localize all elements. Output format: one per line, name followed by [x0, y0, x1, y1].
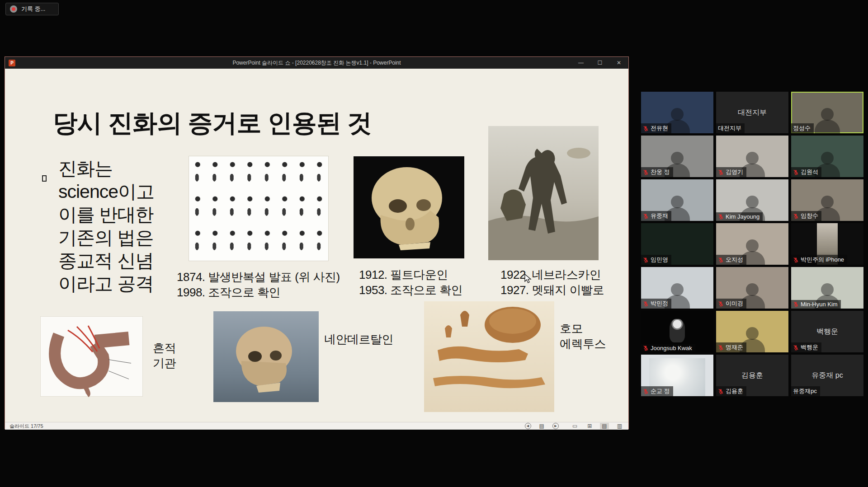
- window-title: PowerPoint 슬라이드 쇼 - [20220628창조 진화 논쟁v1.…: [5, 59, 628, 67]
- muted-mic-icon: [643, 389, 649, 394]
- vestigial-organ-image: [40, 316, 143, 397]
- caption-line: 호모: [560, 321, 606, 336]
- slideshow-view-button[interactable]: ▥: [615, 423, 624, 429]
- participant-name-label: 김원석: [791, 167, 821, 177]
- slide-bullet-text: 진화는 science이고 이를 반대한 기존의 법은 종교적 신념 이라고 공…: [58, 157, 154, 295]
- titlebar[interactable]: P PowerPoint 슬라이드 쇼 - [20220628창조 진화 논쟁v…: [5, 57, 628, 69]
- slideshow-menu-button[interactable]: ▤: [538, 423, 546, 429]
- caption-line: 1998. 조작으로 확인: [177, 285, 340, 300]
- participant-name-label: 찬웅 정: [641, 167, 673, 177]
- caption-line: 1912. 필트다운인: [359, 267, 462, 282]
- participant-tile[interactable]: 박민정: [641, 267, 713, 309]
- muted-mic-icon: [643, 345, 649, 351]
- participant-tile[interactable]: 김용훈김용훈: [716, 355, 788, 396]
- slide-counter: 슬라이드 17/75: [9, 423, 43, 430]
- participant-name-label: 대전지부: [716, 123, 745, 133]
- participant-tile[interactable]: Min-Hyun Kim: [791, 267, 863, 309]
- participant-tile[interactable]: 정성수: [791, 92, 863, 133]
- muted-mic-icon: [793, 345, 799, 351]
- participant-tile[interactable]: 명재준: [716, 311, 788, 352]
- bullet-line: 종교적 신념: [58, 249, 154, 272]
- participant-name-label: 정성수: [791, 123, 814, 133]
- participant-tile[interactable]: 김원석: [791, 136, 863, 177]
- mouse-cursor: [524, 274, 532, 286]
- muted-mic-icon: [718, 301, 724, 307]
- muted-mic-icon: [643, 257, 649, 263]
- embryo-comparison-image: [189, 156, 329, 261]
- muted-mic-icon: [718, 169, 724, 175]
- participant-tile[interactable]: 이미경: [716, 267, 788, 309]
- participant-tile[interactable]: 유중재: [641, 179, 713, 221]
- homo-erectus-bones-image: [424, 301, 554, 412]
- participant-tile[interactable]: Kim Jayoung: [716, 179, 788, 221]
- participant-name-label: 유중재pc: [791, 386, 820, 396]
- participant-tile[interactable]: 김영기: [716, 136, 788, 177]
- caption-embryo: 1874. 발생반복설 발표 (위 사진) 1998. 조작으로 확인: [177, 269, 340, 300]
- participant-name-label: 백행운: [791, 342, 821, 352]
- participant-tile[interactable]: 오지성: [716, 223, 788, 265]
- participant-name-label: 유중재: [641, 211, 671, 221]
- muted-mic-icon: [643, 126, 649, 131]
- recording-label: 기록 중...: [21, 5, 45, 13]
- caption-line: 1953. 조작으로 확인: [359, 282, 462, 298]
- caption-line: 1927. 멧돼지 이빨로: [500, 282, 604, 298]
- neanderthal-skull-image: [213, 311, 319, 402]
- participant-tile[interactable]: 순교 정: [641, 355, 713, 396]
- next-slide-button[interactable]: ▶: [552, 423, 559, 429]
- participant-tile[interactable]: 임민영: [641, 223, 713, 265]
- record-icon: [10, 5, 17, 13]
- muted-mic-icon: [718, 345, 724, 351]
- participant-tile[interactable]: 박민주의 iPhone: [791, 223, 863, 265]
- participant-tile[interactable]: 찬웅 정: [641, 136, 713, 177]
- previous-slide-button[interactable]: ◀: [525, 423, 531, 429]
- piltdown-skull-image: [354, 156, 464, 258]
- recording-indicator[interactable]: 기록 중...: [5, 3, 59, 15]
- caption-line: 기관: [153, 356, 176, 371]
- participant-tile[interactable]: 임창수: [791, 179, 863, 221]
- participant-tile[interactable]: 백행운백행운: [791, 311, 863, 352]
- participant-name-label: 김영기: [716, 167, 746, 177]
- muted-mic-icon: [718, 257, 724, 263]
- participant-tile[interactable]: Joongsub Kwak: [641, 311, 713, 352]
- close-button[interactable]: ✕: [609, 57, 628, 69]
- participant-tile[interactable]: 유중재 pc유중재pc: [791, 355, 863, 396]
- slide-sorter-view-button[interactable]: ⊞: [585, 423, 594, 429]
- participant-video-content: [670, 319, 685, 342]
- nebraska-man-image: [488, 126, 599, 260]
- bullet-line: 이라고 공격: [58, 272, 154, 295]
- caption-line: 1922. 네브라스카인: [500, 267, 604, 282]
- bullet-line: 기존의 법은: [58, 226, 154, 249]
- bullet-square-icon: [42, 175, 47, 182]
- maximize-button[interactable]: ☐: [590, 57, 609, 69]
- caption-line: 에렉투스: [560, 336, 606, 351]
- participant-tile[interactable]: 전유현: [641, 92, 713, 133]
- slide-canvas[interactable]: 당시 진화의 증거로 인용된 것 진화는 science이고 이를 반대한 기존…: [5, 69, 628, 422]
- statusbar: 슬라이드 17/75 ◀ ▤ ▶ ▭ ⊞ ▤ ▥: [5, 422, 628, 430]
- bullet-line: science이고: [58, 180, 154, 203]
- muted-mic-icon: [643, 301, 649, 307]
- bullet-line: 진화는: [58, 157, 154, 180]
- caption-vestigial-organ: 흔적 기관: [153, 340, 176, 371]
- caption-nebraska: 1922. 네브라스카인 1927. 멧돼지 이빨로: [500, 267, 604, 298]
- participant-name-label: Joongsub Kwak: [641, 344, 695, 352]
- zoom-participants-grid: 전유현대전지부대전지부정성수찬웅 정김영기김원석유중재Kim Jayoung임창…: [641, 92, 863, 396]
- muted-mic-icon: [793, 169, 799, 175]
- participant-name-label: 김용훈: [716, 386, 746, 396]
- caption-line: 흔적: [153, 340, 176, 356]
- caption-piltdown: 1912. 필트다운인 1953. 조작으로 확인: [359, 267, 462, 298]
- participant-tile[interactable]: 대전지부대전지부: [716, 92, 788, 133]
- muted-mic-icon: [793, 301, 799, 307]
- muted-mic-icon: [793, 213, 799, 219]
- normal-view-button[interactable]: ▭: [571, 423, 579, 429]
- powerpoint-app-icon: P: [9, 60, 15, 66]
- participant-name-label: 오지성: [716, 255, 746, 265]
- participant-name-label: 이미경: [716, 299, 746, 309]
- powerpoint-window: P PowerPoint 슬라이드 쇼 - [20220628창조 진화 논쟁v…: [5, 56, 629, 429]
- reading-view-button[interactable]: ▤: [600, 423, 609, 429]
- muted-mic-icon: [643, 213, 649, 219]
- slide-title: 당시 진화의 증거로 인용된 것: [53, 107, 372, 140]
- participant-name-label: 임창수: [791, 211, 821, 221]
- caption-line: 1874. 발생반복설 발표 (위 사진): [177, 269, 340, 285]
- minimize-button[interactable]: —: [571, 57, 590, 69]
- muted-mic-icon: [793, 257, 799, 263]
